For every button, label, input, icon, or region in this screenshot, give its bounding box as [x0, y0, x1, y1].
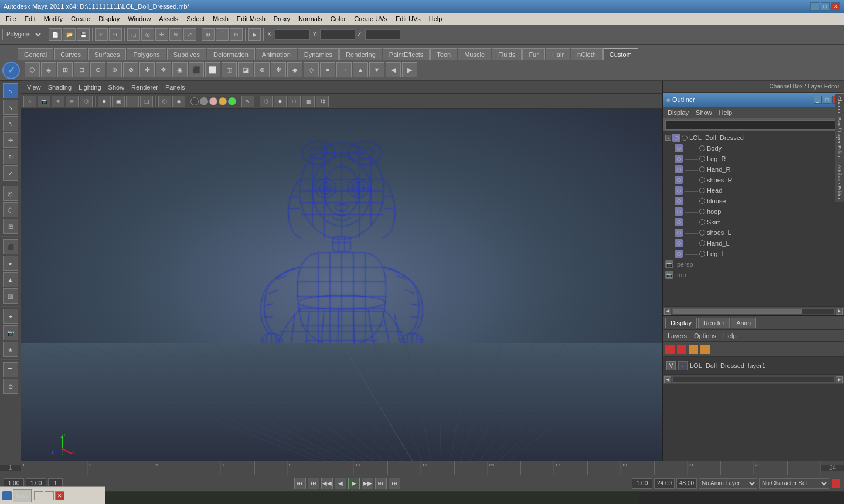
range-end-field[interactable] [654, 478, 675, 489]
new-file-button[interactable]: 📄 [49, 28, 62, 41]
br-sub-options[interactable]: Options [692, 332, 719, 339]
br-scrollbar-track[interactable] [672, 377, 835, 383]
menu-edit[interactable]: Edit [21, 13, 39, 25]
outliner-content[interactable]: - ⬡ LOL_Doll_Dressed ⬡ —— Body ⬡ —— Leg_… [663, 131, 844, 306]
shelf-icon-23[interactable]: ◀ [386, 62, 401, 77]
shelf-tab-fluids[interactable]: Fluids [492, 48, 522, 60]
viewport-menu-view[interactable]: View [25, 84, 43, 91]
outliner-item-shoes-r[interactable]: ⬡ —— shoes_R [663, 175, 844, 185]
outliner-item-head[interactable]: ⬡ —— Head [663, 185, 844, 196]
scroll-left-button[interactable]: ◀ [664, 308, 671, 315]
viewport-canvas[interactable]: Y X Z [21, 109, 662, 461]
vp-paint-effects-button[interactable]: ✏ [66, 96, 79, 107]
vp-texture-button[interactable]: ◈ [172, 96, 185, 107]
menu-edit-uvs[interactable]: Edit UVs [392, 13, 424, 25]
vp-wire-button[interactable]: ⬡ [80, 96, 93, 107]
paint-select-button[interactable]: ↘ [3, 100, 18, 115]
vp-display-mode-1[interactable]: ■ [98, 96, 111, 107]
anim-layer-select[interactable]: No Anim Layer [699, 478, 757, 489]
vp-polygon-button[interactable]: ⬡ [158, 96, 171, 107]
snap-to-curve[interactable]: ⌒ [216, 28, 229, 41]
vp-grid-button[interactable]: # [52, 96, 64, 107]
prev-frame-button[interactable]: ◀◀ [321, 478, 333, 489]
shelf-icon-22[interactable]: ▼ [369, 62, 384, 77]
layer-button[interactable]: ☰ [3, 362, 18, 377]
outliner-item-hoop[interactable]: ⬡ —— hoop [663, 206, 844, 217]
show-manip-button[interactable]: ⊞ [3, 219, 18, 234]
lasso-select-button[interactable]: ∿ [3, 116, 18, 131]
play-forward2-button[interactable]: ▶▶ [362, 478, 373, 489]
shelf-icon-3[interactable]: ⊞ [57, 62, 73, 77]
select-tool[interactable]: ⬚ [127, 28, 140, 41]
shelf-icon-21[interactable]: ▲ [353, 62, 368, 77]
shelf-tab-fur[interactable]: Fur [522, 48, 545, 60]
go-end-button[interactable]: ⏭ [389, 478, 400, 489]
menu-create-uvs[interactable]: Create UVs [350, 13, 391, 25]
step-back-button[interactable]: ⏭ [308, 478, 319, 489]
joint-button[interactable]: ◈ [3, 342, 18, 357]
menu-mesh[interactable]: Mesh [209, 13, 232, 25]
outliner-item-persp[interactable]: 📷 persp [663, 259, 844, 270]
outliner-scrollbar-h[interactable]: ◀ ▶ [663, 306, 844, 315]
go-start-button[interactable]: ⏮ [294, 478, 306, 489]
vp-home-button[interactable]: ⌂ [23, 96, 36, 107]
rotate-button[interactable]: ↻ [3, 149, 18, 164]
y-input[interactable] [320, 29, 355, 40]
cylinder-button[interactable]: ▥ [3, 288, 18, 304]
expand-btn-root[interactable]: - [665, 135, 671, 141]
shelf-icon-2[interactable]: ◈ [41, 62, 56, 77]
shelf-icon-11[interactable]: ⬛ [189, 62, 204, 77]
shelf-icon-16[interactable]: ❋ [271, 62, 286, 77]
layer-color-button-2[interactable] [677, 345, 686, 354]
outliner-item-body[interactable]: ⬡ —— Body [663, 143, 844, 154]
redo-button[interactable]: ↪ [109, 28, 122, 41]
menu-modify[interactable]: Modify [40, 13, 66, 25]
scrollbar-track[interactable] [672, 308, 835, 314]
minimize-button[interactable]: _ [810, 2, 819, 11]
x-input[interactable] [275, 29, 310, 40]
shelf-icon-18[interactable]: ◇ [304, 62, 319, 77]
shelf-icon-8[interactable]: ✤ [139, 62, 155, 77]
vp-extra-2[interactable]: ■ [274, 96, 287, 107]
vp-camera-button[interactable]: 📷 [38, 96, 50, 107]
layer-color-button-1[interactable] [665, 345, 675, 354]
shelf-icon-7[interactable]: ⊘ [123, 62, 138, 77]
sculpt-button[interactable]: ⬡ [3, 202, 18, 217]
task-max-btn[interactable]: □ [45, 491, 54, 500]
layer-edit-btn[interactable]: / [678, 361, 688, 370]
outliner-menu-display[interactable]: Display [665, 109, 691, 116]
outliner-search-input[interactable] [665, 120, 842, 130]
viewport-menu-panels[interactable]: Panels [163, 84, 188, 91]
layer-color-button-3[interactable] [689, 345, 698, 354]
lasso-tool[interactable]: ◎ [141, 28, 154, 41]
scale-tool[interactable]: ⤢ [183, 28, 196, 41]
render-button[interactable]: ▶ [248, 28, 261, 41]
br-tab-render[interactable]: Render [698, 318, 730, 328]
viewport-menu-shading[interactable]: Shading [46, 84, 74, 91]
bottom-right-scrollbar-h[interactable]: ◀ ▶ [663, 374, 844, 384]
br-sub-layers[interactable]: Layers [665, 332, 689, 339]
outliner-item-blouse[interactable]: ⬡ —— blouse [663, 196, 844, 206]
menu-help[interactable]: Help [426, 13, 446, 25]
move-tool[interactable]: ✛ [155, 28, 168, 41]
outliner-menu-help[interactable]: Help [717, 109, 735, 116]
outliner-item-top[interactable]: 📷 top [663, 270, 844, 280]
shelf-tab-rendering[interactable]: Rendering [339, 48, 382, 60]
shelf-tab-ncloth[interactable]: nCloth [571, 48, 603, 60]
shelf-tab-deformation[interactable]: Deformation [207, 48, 255, 60]
shelf-icon-4[interactable]: ⊟ [74, 62, 89, 77]
shelf-tab-polygons[interactable]: Polygons [127, 48, 166, 60]
vp-display-mode-3[interactable]: □ [126, 96, 139, 107]
br-scroll-left[interactable]: ◀ [664, 376, 671, 383]
soft-mod-button[interactable]: ◎ [3, 186, 18, 201]
shelf-tab-subdivs[interactable]: Subdives [167, 48, 206, 60]
outliner-menu-show[interactable]: Show [693, 109, 714, 116]
shelf-icon-6[interactable]: ⊗ [107, 62, 122, 77]
outliner-item-skirt[interactable]: ⬡ —— Skirt [663, 217, 844, 227]
camera-button[interactable]: 📷 [3, 325, 18, 340]
layer-color-button-4[interactable] [700, 345, 710, 354]
outliner-item-leg-l[interactable]: ⬡ —— Leg_L [663, 248, 844, 259]
shelf-icon-10[interactable]: ◉ [172, 62, 188, 77]
outliner-item-leg-r[interactable]: ⬡ —— Leg_R [663, 154, 844, 164]
shelf-tab-muscle[interactable]: Muscle [458, 48, 491, 60]
